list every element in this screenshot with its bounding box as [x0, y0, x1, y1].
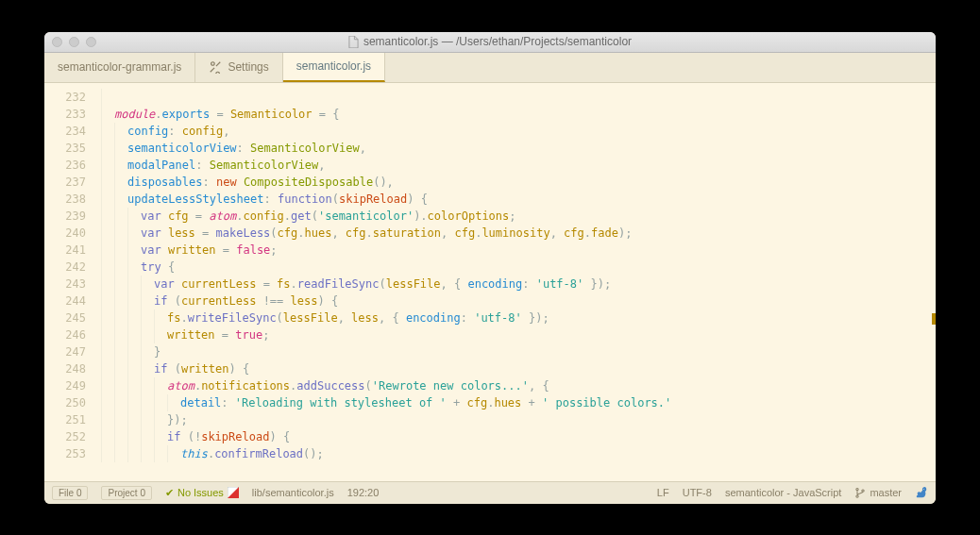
code-line[interactable]: var currentLess = fs.readFileSync(lessFi…: [101, 276, 936, 293]
git-branch-icon: [854, 487, 866, 498]
code-line[interactable]: var written = false;: [101, 242, 936, 259]
code-line[interactable]: disposables: new CompositeDisposable(),: [101, 174, 936, 191]
code-line[interactable]: module.exports = Semanticolor = {: [101, 106, 936, 123]
code-line[interactable]: modalPanel: SemanticolorView,: [101, 157, 936, 174]
titlebar[interactable]: semanticolor.js — /Users/ethan/Projects/…: [44, 32, 936, 53]
line-number: 242: [44, 259, 86, 276]
line-number: 247: [44, 343, 86, 360]
code-line[interactable]: if (written) {: [101, 360, 936, 377]
code-line[interactable]: [101, 89, 936, 106]
editor-area[interactable]: 2322332342352362372382392402412422432442…: [44, 83, 936, 481]
window-title-text: semanticolor.js — /Users/ethan/Projects/…: [363, 35, 632, 48]
status-branch[interactable]: master: [854, 487, 902, 498]
line-number: 245: [44, 309, 86, 326]
code-line[interactable]: }: [101, 343, 936, 360]
line-number: 241: [44, 242, 86, 259]
code-line[interactable]: atom.notifications.addSuccess('Rewrote n…: [101, 377, 936, 394]
line-number: 235: [44, 140, 86, 157]
code-line[interactable]: try {: [101, 259, 936, 276]
status-cursor[interactable]: 192:20: [347, 487, 380, 498]
status-line-ending[interactable]: LF: [657, 487, 669, 498]
code-line[interactable]: config: config,: [101, 123, 936, 140]
tab-semanticolor-grammar[interactable]: semanticolor-grammar.js: [44, 53, 195, 82]
code-line[interactable]: });: [101, 411, 936, 428]
code-line[interactable]: var cfg = atom.config.get('semanticolor'…: [101, 208, 936, 225]
tools-icon: [209, 60, 222, 74]
lint-badge-icon: [228, 487, 239, 498]
line-number: 250: [44, 394, 86, 411]
file-icon: [348, 36, 359, 48]
editor-window: semanticolor.js — /Users/ethan/Projects/…: [44, 32, 936, 504]
tab-settings[interactable]: Settings: [195, 53, 282, 82]
line-number: 236: [44, 157, 86, 174]
window-controls: [52, 37, 96, 47]
scroll-marker: [932, 313, 936, 325]
code-line[interactable]: semanticolorView: SemanticolorView,: [101, 140, 936, 157]
status-issues[interactable]: ✔ No Issues: [165, 487, 239, 499]
line-number: 246: [44, 326, 86, 343]
line-number: 234: [44, 123, 86, 140]
line-number: 243: [44, 276, 86, 293]
tab-label: Settings: [228, 60, 268, 74]
line-number-gutter: 2322332342352362372382392402412422432442…: [44, 83, 101, 481]
code-line[interactable]: updateLessStylesheet: function(skipReloa…: [101, 191, 936, 208]
line-number: 240: [44, 225, 86, 242]
status-path[interactable]: lib/semanticolor.js: [252, 487, 334, 498]
close-window-button[interactable]: [52, 37, 62, 47]
code-line[interactable]: if (currentLess !== less) {: [101, 293, 936, 309]
line-number: 237: [44, 174, 86, 191]
line-number: 244: [44, 293, 86, 309]
status-bar: File 0 Project 0 ✔ No Issues lib/semanti…: [44, 481, 936, 504]
code-line[interactable]: if (!skipReload) {: [101, 428, 936, 445]
tab-bar: semanticolor-grammar.js Settings semanti…: [44, 53, 936, 83]
tab-label: semanticolor.js: [296, 59, 371, 73]
status-github[interactable]: [915, 486, 928, 499]
status-encoding[interactable]: UTF-8: [683, 487, 712, 498]
zoom-window-button[interactable]: [86, 37, 96, 47]
scrollbar[interactable]: [926, 83, 936, 481]
line-number: 249: [44, 377, 86, 394]
check-icon: ✔: [165, 487, 174, 499]
status-grammar[interactable]: semanticolor - JavaScript: [725, 487, 842, 498]
line-number: 251: [44, 411, 86, 428]
code-line[interactable]: written = true;: [101, 326, 936, 343]
line-number: 253: [44, 445, 86, 462]
minimize-window-button[interactable]: [69, 37, 79, 47]
code-line[interactable]: this.confirmReload();: [101, 445, 936, 462]
window-title: semanticolor.js — /Users/ethan/Projects/…: [348, 35, 632, 48]
line-number: 248: [44, 360, 86, 377]
code-line[interactable]: var less = makeLess(cfg.hues, cfg.satura…: [101, 225, 936, 242]
code-line[interactable]: fs.writeFileSync(lessFile, less, { encod…: [101, 309, 936, 326]
line-number: 239: [44, 208, 86, 225]
line-number: 252: [44, 428, 86, 445]
status-project-lint[interactable]: Project 0: [101, 486, 151, 500]
tab-semanticolor[interactable]: semanticolor.js: [283, 53, 385, 82]
code-content[interactable]: module.exports = Semanticolor = {config:…: [101, 83, 936, 481]
line-number: 232: [44, 89, 86, 106]
line-number: 233: [44, 106, 86, 123]
code-line[interactable]: detail: 'Reloading with stylesheet of ' …: [101, 394, 936, 411]
status-file-lint[interactable]: File 0: [52, 486, 88, 500]
line-number: 238: [44, 191, 86, 208]
squirrel-icon: [915, 486, 928, 499]
tab-label: semanticolor-grammar.js: [58, 60, 181, 74]
